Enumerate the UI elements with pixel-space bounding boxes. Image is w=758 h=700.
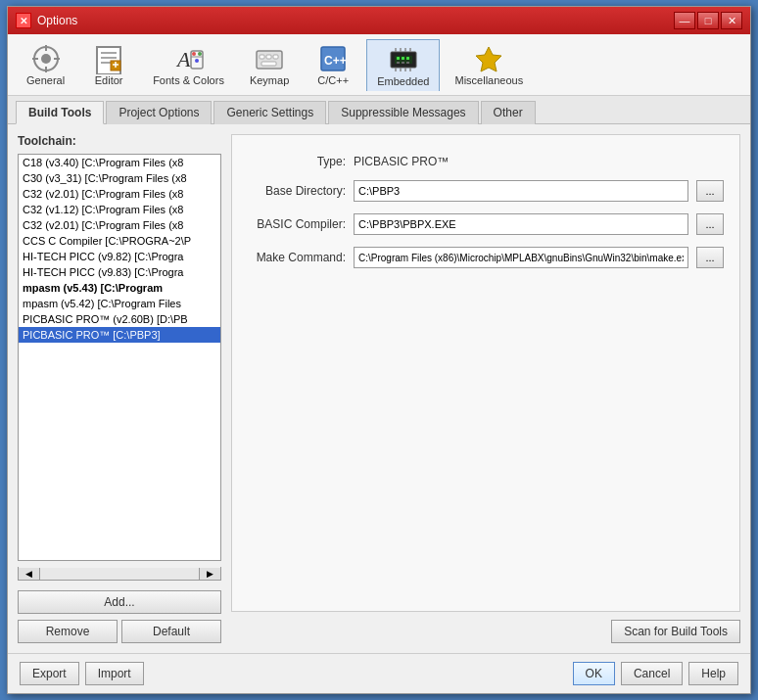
bottom-bar: Export Import OK Cancel Help bbox=[8, 653, 750, 693]
toolbar-keymap-label: Keymap bbox=[250, 74, 289, 86]
scroll-left-btn[interactable]: ◀ bbox=[19, 568, 40, 580]
close-button[interactable]: ✕ bbox=[721, 12, 742, 29]
list-item[interactable]: C32 (v2.01) [C:\Program Files (x8 bbox=[19, 186, 220, 202]
cancel-button[interactable]: Cancel bbox=[621, 662, 683, 685]
tab-suppressible-messages[interactable]: Suppressible Messages bbox=[328, 101, 478, 124]
toolbar-general[interactable]: General bbox=[16, 38, 75, 91]
right-panel: Type: PICBASIC PRO™ Base Directory: ... … bbox=[231, 134, 740, 643]
svg-point-17 bbox=[198, 52, 202, 56]
import-button[interactable]: Import bbox=[85, 662, 144, 685]
tab-other[interactable]: Other bbox=[481, 101, 536, 124]
svg-rect-33 bbox=[406, 62, 409, 64]
left-panel: Toolchain: C18 (v3.40) [C:\Program Files… bbox=[18, 134, 221, 643]
toolbar: General Editor A bbox=[8, 34, 750, 96]
svg-text:A: A bbox=[175, 47, 191, 71]
basic-compiler-input[interactable] bbox=[354, 213, 688, 235]
main-content: Toolchain: C18 (v3.40) [C:\Program Files… bbox=[8, 124, 750, 653]
list-item[interactable]: HI-TECH PICC (v9.83) [C:\Progra bbox=[19, 264, 220, 280]
svg-point-18 bbox=[195, 59, 199, 63]
default-button[interactable]: Default bbox=[121, 620, 221, 643]
help-button[interactable]: Help bbox=[688, 662, 738, 685]
make-command-browse-button[interactable]: ... bbox=[696, 247, 724, 268]
list-item[interactable]: C30 (v3_31) [C:\Program Files (x8 bbox=[19, 170, 220, 186]
remove-default-row: Remove Default bbox=[18, 620, 221, 643]
toolbar-embedded[interactable]: Embedded bbox=[366, 39, 440, 91]
detail-area: Type: PICBASIC PRO™ Base Directory: ... … bbox=[231, 134, 740, 612]
type-row: Type: PICBASIC PRO™ bbox=[248, 155, 724, 168]
basic-compiler-label: BASIC Compiler: bbox=[248, 217, 346, 231]
tab-generic-settings[interactable]: Generic Settings bbox=[213, 101, 326, 124]
list-item[interactable]: HI-TECH PICC (v9.82) [C:\Progra bbox=[19, 249, 220, 264]
list-item[interactable]: CCS C Compiler [C:\PROGRA~2\P bbox=[19, 233, 220, 249]
toolbar-keymap[interactable]: Keymap bbox=[239, 38, 300, 91]
toolbar-cpp-label: C/C++ bbox=[317, 74, 349, 86]
svg-text:C++: C++ bbox=[324, 54, 347, 68]
embedded-icon bbox=[388, 44, 419, 75]
basic-compiler-browse-button[interactable]: ... bbox=[696, 213, 724, 235]
toolchain-list[interactable]: C18 (v3.40) [C:\Program Files (x8 C30 (v… bbox=[18, 154, 221, 561]
list-item[interactable]: mpasm (v5.43) [C:\Program bbox=[19, 280, 220, 296]
title-bar: ✕ Options — □ ✕ bbox=[8, 7, 750, 34]
svg-rect-20 bbox=[260, 55, 264, 59]
svg-rect-32 bbox=[402, 62, 404, 64]
list-item[interactable]: C32 (v1.12) [C:\Program Files (x8 bbox=[19, 202, 220, 217]
make-command-input[interactable] bbox=[354, 247, 688, 268]
toolbar-fonts-colors-label: Fonts & Colors bbox=[153, 74, 224, 86]
toolbar-miscellaneous[interactable]: Miscellaneous bbox=[444, 38, 534, 91]
make-command-row: Make Command: ... bbox=[248, 247, 724, 268]
list-item[interactable]: C18 (v3.40) [C:\Program Files (x8 bbox=[19, 155, 220, 170]
tab-bar: Build Tools Project Options Generic Sett… bbox=[8, 96, 750, 124]
window-title: Options bbox=[37, 14, 77, 27]
editor-icon bbox=[93, 43, 124, 74]
svg-rect-30 bbox=[406, 57, 409, 60]
cpp-icon: C++ bbox=[317, 43, 349, 74]
toolchain-label: Toolchain: bbox=[18, 134, 221, 148]
toolbar-fonts-colors[interactable]: A Fonts & Colors bbox=[142, 38, 235, 91]
bottom-right-buttons: OK Cancel Help bbox=[573, 662, 738, 685]
title-bar-left: ✕ Options bbox=[16, 13, 77, 28]
toolbar-editor-label: Editor bbox=[95, 74, 123, 86]
tab-build-tools[interactable]: Build Tools bbox=[16, 101, 104, 124]
list-item[interactable]: C32 (v2.01) [C:\Program Files (x8 bbox=[19, 217, 220, 233]
toolbar-miscellaneous-label: Miscellaneous bbox=[454, 74, 523, 86]
remove-button[interactable]: Remove bbox=[18, 620, 118, 643]
svg-rect-28 bbox=[397, 57, 400, 60]
list-item[interactable]: mpasm (v5.42) [C:\Program Files bbox=[19, 296, 220, 311]
general-icon bbox=[30, 43, 62, 74]
list-item[interactable]: PICBASIC PRO™ (v2.60B) [D:\PB bbox=[19, 311, 220, 327]
ok-button[interactable]: OK bbox=[573, 662, 615, 685]
minimize-button[interactable]: — bbox=[674, 12, 695, 29]
toolchain-list-inner: C18 (v3.40) [C:\Program Files (x8 C30 (v… bbox=[19, 155, 220, 343]
export-button[interactable]: Export bbox=[20, 662, 79, 685]
window-icon: ✕ bbox=[16, 13, 31, 28]
svg-point-1 bbox=[41, 54, 51, 64]
miscellaneous-icon bbox=[473, 43, 504, 74]
scroll-right-btn[interactable]: ▶ bbox=[199, 568, 220, 580]
basic-compiler-row: BASIC Compiler: ... bbox=[248, 213, 724, 235]
svg-rect-29 bbox=[402, 57, 404, 60]
base-dir-input[interactable] bbox=[354, 180, 688, 202]
add-button[interactable]: Add... bbox=[18, 590, 221, 614]
list-item-selected[interactable]: PICBASIC PRO™ [C:\PBP3] bbox=[19, 327, 220, 343]
svg-rect-21 bbox=[266, 55, 271, 59]
title-buttons: — □ ✕ bbox=[674, 12, 742, 29]
fonts-colors-icon: A bbox=[173, 43, 205, 74]
svg-rect-31 bbox=[397, 62, 400, 64]
keymap-icon bbox=[254, 43, 285, 74]
toolbar-embedded-label: Embedded bbox=[377, 75, 429, 87]
base-dir-row: Base Directory: ... bbox=[248, 180, 724, 202]
scan-area: Scan for Build Tools bbox=[231, 612, 740, 643]
scan-build-tools-button[interactable]: Scan for Build Tools bbox=[611, 620, 740, 643]
make-command-label: Make Command: bbox=[248, 251, 346, 264]
toolbar-cpp[interactable]: C++ C/C++ bbox=[304, 38, 362, 91]
base-dir-browse-button[interactable]: ... bbox=[696, 180, 724, 202]
tab-project-options[interactable]: Project Options bbox=[106, 101, 212, 124]
toolbar-general-label: General bbox=[26, 74, 65, 86]
toolbar-editor[interactable]: Editor bbox=[79, 38, 138, 91]
bottom-left-buttons: Export Import bbox=[20, 662, 144, 685]
svg-point-16 bbox=[192, 52, 196, 56]
svg-marker-42 bbox=[476, 47, 501, 71]
options-window: ✕ Options — □ ✕ General bbox=[7, 6, 751, 694]
svg-rect-22 bbox=[273, 55, 278, 59]
maximize-button[interactable]: □ bbox=[697, 12, 719, 29]
